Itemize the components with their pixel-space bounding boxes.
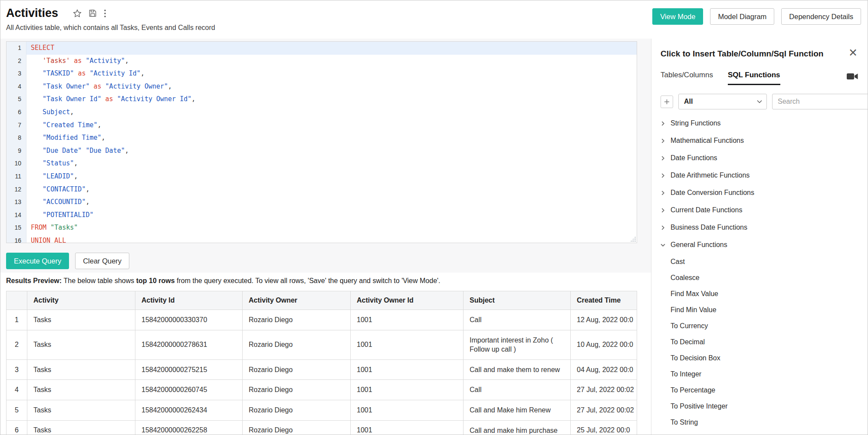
function-item[interactable]: Cast (661, 254, 858, 270)
row-number-cell: 3 (7, 359, 27, 380)
editor-line[interactable]: 11 "LEADID", (7, 170, 637, 183)
table-cell: 25 Jul, 2022 00:0 (571, 420, 637, 435)
results-section: Results Preview: The below table shows t… (0, 273, 651, 435)
table-row: 6Tasks15842000000262258Rozario Diego1001… (7, 420, 637, 435)
kebab-menu-icon[interactable] (104, 9, 106, 18)
row-number-cell: 6 (7, 420, 27, 435)
code-text: FROM "Tasks" (26, 221, 637, 234)
chevron-right-icon (661, 156, 665, 161)
function-item[interactable]: Coalesce (661, 270, 858, 286)
tab-tables-columns[interactable]: Tables/Columns (661, 71, 713, 85)
editor-line[interactable]: 7 "Created Time", (7, 119, 637, 132)
top-bar: Activities (0, 0, 868, 39)
editor-line[interactable]: 14 "POTENTIALID" (7, 209, 637, 222)
row-number-cell: 4 (7, 380, 27, 400)
column-header: Activity Id (135, 291, 243, 310)
editor-line[interactable]: 4 "Task Owner" as "Activity Owner", (7, 80, 637, 93)
view-mode-button[interactable]: View Mode (652, 8, 703, 25)
function-item[interactable]: To Decimal (661, 334, 858, 350)
function-item[interactable]: Find Min Value (661, 302, 858, 318)
results-intro-segment: from the query executed. To view all row… (175, 277, 441, 284)
model-diagram-button[interactable]: Model Diagram (710, 8, 774, 25)
results-table: ActivityActivity IdActivity OwnerActivit… (6, 291, 637, 435)
table-cell: Tasks (27, 380, 135, 400)
table-row: 3Tasks15842000000275215Rozario Diego1001… (7, 359, 637, 380)
code-text: "Task Owner" as "Activity Owner", (26, 80, 637, 93)
table-cell: 1001 (351, 400, 464, 420)
function-item[interactable]: To Positive Integer (661, 398, 858, 414)
editor-line[interactable]: 16UNION ALL (7, 234, 637, 243)
table-cell: 1001 (351, 359, 464, 380)
results-intro-segment: The below table shows (64, 277, 136, 284)
editor-line[interactable]: 13 "ACCOUNTID", (7, 196, 637, 209)
function-category[interactable]: Mathematical Functions (661, 132, 858, 149)
function-item[interactable]: To String (661, 414, 858, 430)
function-item[interactable]: To Decision Box (661, 350, 858, 366)
line-number: 5 (7, 93, 26, 106)
title-block: Activities (6, 7, 215, 39)
table-cell: 27 Jul, 2022 00:02 (571, 380, 637, 400)
table-cell: 1001 (351, 330, 464, 359)
editor-line[interactable]: 1SELECT (7, 42, 637, 55)
chevron-right-icon (661, 208, 665, 213)
mode-buttons: View Mode Model Diagram Dependency Detai… (652, 7, 861, 39)
execute-query-button[interactable]: Execute Query (6, 253, 69, 269)
expand-all-icon[interactable] (661, 96, 673, 108)
page-title: Activities (6, 7, 58, 20)
table-cell: Call and make him purchase (464, 420, 571, 435)
function-category[interactable]: Date Functions (661, 149, 858, 167)
tab-sql-functions[interactable]: SQL Functions (728, 71, 780, 85)
table-cell: Call and make them to renew (464, 359, 571, 380)
column-header: Activity Owner (243, 291, 351, 310)
clear-query-button[interactable]: Clear Query (75, 253, 129, 269)
row-number-cell: 5 (7, 400, 27, 420)
chevron-right-icon (661, 225, 665, 230)
function-category[interactable]: Business Date Functions (661, 219, 858, 236)
table-cell: Call (464, 310, 571, 330)
row-number-cell: 1 (7, 310, 27, 330)
favorite-star-icon[interactable] (73, 9, 82, 18)
category-filter-select[interactable]: All (678, 94, 767, 109)
editor-section: 1SELECT2 'Tasks' as "Activity",3 "TASKID… (0, 39, 651, 273)
column-header: Activity Owner Id (351, 291, 464, 310)
function-category[interactable]: Date Arithmetic Functions (661, 167, 858, 184)
function-category[interactable]: String Functions (661, 115, 858, 132)
table-cell: Rozario Diego (243, 400, 351, 420)
line-number: 9 (7, 145, 26, 158)
code-text: "Task Owner Id" as "Activity Owner Id", (26, 93, 637, 106)
table-cell: Tasks (27, 400, 135, 420)
table-row: 5Tasks15842000000262434Rozario Diego1001… (7, 400, 637, 420)
function-category[interactable]: General Functions (661, 236, 858, 254)
function-item[interactable]: To Currency (661, 318, 858, 334)
dependency-details-button[interactable]: Dependency Details (781, 8, 861, 25)
editor-line[interactable]: 6 Subject, (7, 106, 637, 119)
sql-editor[interactable]: 1SELECT2 'Tasks' as "Activity",3 "TASKID… (6, 41, 637, 243)
editor-line[interactable]: 3 "TASKID" as "Activity Id", (7, 67, 637, 80)
function-item[interactable]: To Percentage (661, 382, 858, 398)
chevron-down-icon (757, 100, 762, 103)
function-item[interactable]: To Integer (661, 366, 858, 382)
function-category-label: General Functions (671, 241, 727, 249)
table-cell: 12 Aug, 2022 00:0 (571, 310, 637, 330)
close-icon[interactable]: ✕ (848, 47, 858, 58)
results-intro: Results Preview: The below table shows t… (6, 277, 637, 285)
editor-line[interactable]: 10 "Status", (7, 157, 637, 170)
code-text: "TASKID" as "Activity Id", (26, 67, 637, 80)
function-category-label: Current Date Functions (671, 206, 742, 214)
editor-line[interactable]: 2 'Tasks' as "Activity", (7, 55, 637, 68)
save-icon[interactable] (89, 9, 97, 17)
search-input[interactable] (778, 98, 868, 105)
code-text: Subject, (26, 106, 637, 119)
function-category[interactable]: Current Date Functions (661, 201, 858, 219)
editor-line[interactable]: 15FROM "Tasks" (7, 221, 637, 234)
function-category[interactable]: Date Conversion Functions (661, 184, 858, 201)
editor-line[interactable]: 5 "Task Owner Id" as "Activity Owner Id"… (7, 93, 637, 106)
column-header: Created Time (571, 291, 637, 310)
query-actions: Execute Query Clear Query (6, 253, 637, 269)
editor-line[interactable]: 12 "CONTACTID", (7, 183, 637, 196)
function-item[interactable]: Find Max Value (661, 286, 858, 302)
editor-line[interactable]: 9 "Due Date" "Due Date", (7, 145, 637, 158)
video-tutorial-icon[interactable] (846, 72, 858, 85)
code-text: UNION ALL (26, 234, 637, 243)
editor-line[interactable]: 8 "Modified Time", (7, 132, 637, 145)
